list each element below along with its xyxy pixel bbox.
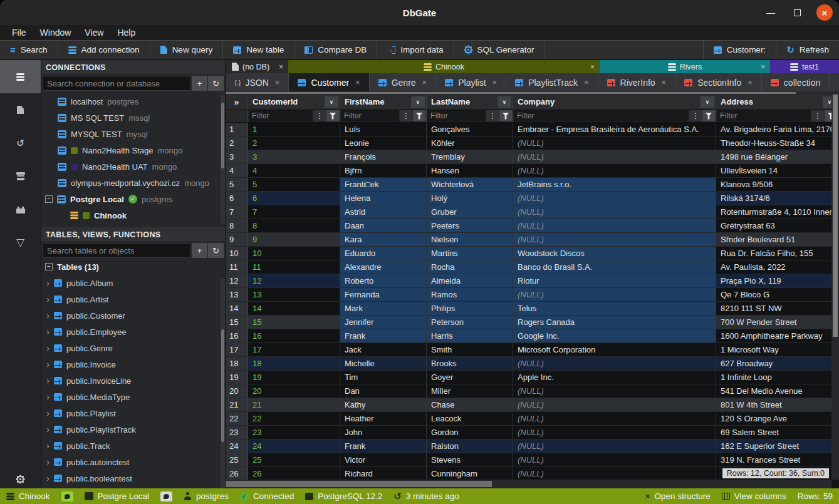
- cell-firstname[interactable]: Jack: [340, 343, 427, 356]
- chevron-right-icon[interactable]: ›: [46, 359, 50, 369]
- cell-customerid[interactable]: 9: [248, 233, 340, 246]
- cell-customerid[interactable]: 16: [248, 329, 340, 342]
- tables-scrollbar[interactable]: [221, 279, 225, 488]
- close-tab-icon[interactable]: ×: [748, 78, 753, 87]
- filter-menu-button[interactable]: ⋮: [811, 110, 824, 121]
- cell-firstname[interactable]: Mark: [340, 302, 427, 315]
- table-row[interactable]: 1919TimGoyerApple Inc.1 Infinite Loop: [226, 371, 831, 384]
- cell-address[interactable]: Rua Dr. Falcăo Filho, 155: [716, 247, 831, 260]
- cell-firstname[interactable]: Richard: [340, 467, 427, 480]
- cell-customerid[interactable]: 24: [248, 440, 340, 453]
- table-row[interactable]: 1212RobertoAlmeidaRioturPraça Pio X, 119: [226, 274, 831, 288]
- toolbar-button-sql-generator[interactable]: SQL Generator: [454, 41, 545, 59]
- cell-company[interactable]: Embraer - Empresa Brasileira de Aeronáut…: [513, 123, 716, 136]
- column-header-firstname[interactable]: FirstName∨: [340, 95, 427, 109]
- filter-input-company[interactable]: [514, 110, 689, 121]
- filter-funnel-button[interactable]: [413, 110, 425, 121]
- table-row[interactable]: 1111AlexandreRochaBanco do Brasil S.A.Av…: [226, 260, 831, 274]
- cell-customerid[interactable]: 13: [248, 288, 340, 301]
- column-header-address[interactable]: Address∨: [716, 95, 838, 109]
- cell-address[interactable]: Grétrystraat 63: [716, 219, 831, 232]
- cell-firstname[interactable]: Jennifer: [340, 316, 427, 329]
- cell-lastname[interactable]: Gordon: [427, 426, 513, 439]
- table-item[interactable]: ›public.Track: [41, 438, 225, 454]
- cell-customerid[interactable]: 15: [248, 316, 340, 329]
- chevron-right-icon[interactable]: ›: [46, 294, 50, 304]
- cell-lastname[interactable]: Nielsen: [427, 233, 513, 246]
- table-item[interactable]: ›public.Invoice: [41, 356, 225, 373]
- filter-menu-button[interactable]: ⋮: [689, 110, 702, 121]
- cell-company[interactable]: (NULL): [513, 453, 716, 466]
- table-item[interactable]: ›public.MediaType: [41, 389, 225, 405]
- close-tab-icon[interactable]: ×: [355, 78, 360, 87]
- cell-customerid[interactable]: 25: [248, 453, 340, 466]
- cell-firstname[interactable]: Daan: [340, 219, 427, 232]
- rail-item-plugin[interactable]: [0, 193, 41, 226]
- table-item[interactable]: ›public.booleantest: [41, 470, 225, 486]
- db-tab--no-db-[interactable]: (no DB)×: [226, 60, 288, 73]
- tab-genre[interactable]: Genre×: [370, 73, 437, 91]
- rail-item-database[interactable]: [0, 60, 41, 93]
- cell-customerid[interactable]: 4: [248, 164, 340, 177]
- status-view-columns[interactable]: View columns: [722, 491, 786, 501]
- tab-playlisttrack[interactable]: PlaylistTrack×: [506, 73, 598, 91]
- connection-item[interactable]: localhostpostgres: [41, 93, 225, 110]
- cell-firstname[interactable]: Roberto: [340, 274, 427, 287]
- table-item[interactable]: ›public.Artist: [41, 291, 225, 307]
- cell-address[interactable]: Rotenturmstraße 4, 1010 Innere Stadt: [716, 205, 831, 219]
- cell-customerid[interactable]: 8: [248, 219, 340, 232]
- cell-firstname[interactable]: Bjřrn: [340, 164, 427, 177]
- tables-search-input[interactable]: [43, 243, 191, 258]
- cell-company[interactable]: Telus: [513, 302, 716, 315]
- cell-firstname[interactable]: Helena: [340, 192, 427, 205]
- cell-company[interactable]: Riotur: [513, 274, 716, 287]
- cell-company[interactable]: (NULL): [513, 384, 716, 398]
- cell-firstname[interactable]: François: [340, 150, 427, 163]
- tab-json[interactable]: {..}JSON×: [226, 73, 289, 91]
- filter-funnel-button[interactable]: [326, 110, 339, 121]
- grid-horizontal-scrollbar[interactable]: [226, 480, 831, 488]
- table-item[interactable]: ›public.Album: [41, 275, 225, 291]
- toolbar-button-add-connection[interactable]: Add connection: [58, 41, 150, 59]
- rail-item-file[interactable]: [0, 93, 41, 126]
- close-tab-icon[interactable]: ×: [584, 78, 589, 87]
- column-dropdown-icon[interactable]: ∨: [498, 96, 511, 108]
- cell-firstname[interactable]: Fernanda: [340, 288, 427, 301]
- column-header-lastname[interactable]: LastName∨: [427, 95, 513, 109]
- db-tab-test1[interactable]: test1: [770, 60, 839, 73]
- cell-address[interactable]: 69 Salem Street: [716, 426, 831, 439]
- chevron-right-icon[interactable]: ›: [46, 456, 50, 467]
- chevron-right-icon[interactable]: ›: [46, 473, 50, 483]
- cell-address[interactable]: 1 Microsoft Way: [716, 343, 831, 356]
- cell-firstname[interactable]: Heather: [340, 412, 427, 425]
- table-row[interactable]: 1414MarkPhilipsTelus8210 111 ST NW: [226, 302, 831, 316]
- cell-company[interactable]: (NULL): [513, 412, 716, 425]
- close-tab-icon[interactable]: ×: [761, 63, 765, 71]
- toolbar-button-new-query[interactable]: New query: [150, 41, 224, 59]
- cell-company[interactable]: (NULL): [513, 426, 716, 439]
- cell-company[interactable]: Google Inc.: [513, 329, 716, 342]
- menu-item-file[interactable]: File: [6, 26, 32, 39]
- cell-customerid[interactable]: 11: [248, 260, 340, 274]
- table-row[interactable]: 1717JackSmithMicrosoft Corporation1 Micr…: [226, 343, 831, 357]
- cell-customerid[interactable]: 6: [248, 192, 340, 205]
- table-row[interactable]: 2222HeatherLeacock(NULL)120 S Orange Ave: [226, 412, 831, 426]
- chevron-right-icon[interactable]: ›: [46, 310, 50, 321]
- menu-item-window[interactable]: Window: [34, 26, 77, 39]
- cell-lastname[interactable]: Smith: [427, 343, 513, 356]
- cell-lastname[interactable]: Chase: [427, 398, 513, 411]
- cell-firstname[interactable]: Kara: [340, 233, 427, 246]
- table-item[interactable]: ›public.PlaylistTrack: [41, 421, 225, 438]
- cell-company[interactable]: JetBrains s.r.o.: [513, 178, 716, 191]
- cell-lastname[interactable]: Rocha: [427, 260, 513, 274]
- connection-item[interactable]: MS SQL TESTmssql: [41, 110, 225, 126]
- chevron-right-icon[interactable]: ›: [46, 408, 50, 418]
- table-item[interactable]: ›public.Customer: [41, 307, 225, 324]
- cell-customerid[interactable]: 1: [248, 123, 340, 136]
- cell-company[interactable]: Banco do Brasil S.A.: [513, 260, 716, 274]
- cell-company[interactable]: Microsoft Corporation: [513, 343, 716, 356]
- status-3-minutes-ago[interactable]: ↺3 minutes ago: [393, 491, 459, 502]
- cell-customerid[interactable]: 14: [248, 302, 340, 315]
- refresh-tables-button[interactable]: ↻: [208, 243, 224, 258]
- cell-address[interactable]: 700 W Pender Street: [716, 316, 831, 329]
